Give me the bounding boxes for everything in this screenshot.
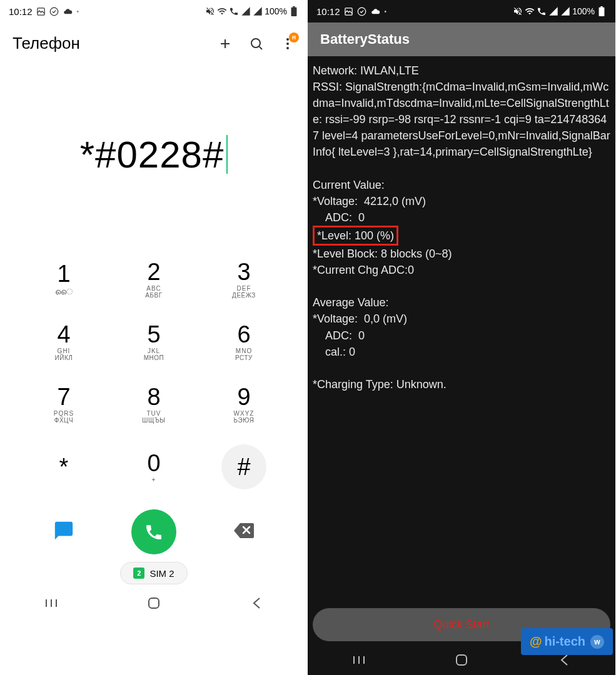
call-status-icon	[229, 6, 239, 16]
signal-icon-2	[253, 6, 263, 16]
svg-point-7	[286, 47, 289, 49]
home-nav-button[interactable]	[146, 596, 161, 611]
app-header: Телефон н	[0, 22, 308, 61]
key-4[interactable]: 4GHIИЙКЛ	[19, 311, 109, 373]
phone-screen-dialer: 10:12 • 100% Телефон	[0, 0, 308, 675]
notification-badge: н	[289, 32, 299, 42]
dial-pad: 1ൈ 2ABCАБВГ 3DEFДЕЁЖЗ 4GHIИЙКЛ 5JKLМНОП …	[0, 248, 308, 498]
avg-adc-line: ADC: 0	[313, 329, 365, 342]
svg-point-1	[50, 8, 58, 16]
sim-chip-icon: 2	[133, 568, 144, 579]
backspace-button[interactable]	[233, 522, 255, 542]
current-chg-line: *Current Chg ADC:0	[313, 264, 414, 276]
battery-pct: 100%	[265, 6, 287, 16]
call-status-icon	[537, 6, 547, 16]
recents-nav-button[interactable]	[351, 652, 366, 668]
status-dot: •	[385, 8, 387, 15]
check-circle-icon	[357, 7, 366, 16]
text-cursor	[226, 135, 228, 174]
screen-title: BatteryStatus	[308, 22, 615, 56]
battery-pct: 100%	[572, 6, 595, 16]
call-button[interactable]	[131, 509, 176, 554]
cloud-icon	[370, 7, 381, 16]
svg-rect-12	[600, 6, 603, 8]
key-hash[interactable]: #	[221, 444, 266, 489]
check-circle-icon	[49, 7, 59, 16]
search-button[interactable]	[249, 36, 264, 51]
battery-icon	[597, 6, 607, 16]
status-time: 10:12	[316, 6, 340, 17]
gallery-icon	[344, 7, 353, 16]
key-6[interactable]: 6MNOРСТУ	[199, 311, 289, 373]
network-line: Network: IWLAN,LTE	[313, 64, 419, 77]
back-nav-button[interactable]	[249, 596, 264, 611]
key-1[interactable]: 1ൈ	[19, 248, 109, 311]
gallery-icon	[36, 7, 46, 16]
watermark-badge: @hi-tech w	[521, 628, 613, 655]
wifi-icon	[217, 6, 227, 16]
avg-cal-line: cal.: 0	[313, 346, 355, 358]
status-bar: 10:12 • 100%	[0, 0, 308, 22]
key-2[interactable]: 2ABCАБВГ	[109, 248, 199, 311]
avg-voltage-line: *Voltage: 0,0 (mV)	[313, 312, 407, 325]
battery-icon	[289, 6, 299, 16]
messages-button[interactable]	[53, 520, 74, 544]
svg-point-4	[251, 39, 260, 48]
key-star[interactable]: *	[19, 436, 109, 498]
charging-type-line: *Charging Type: Unknown.	[313, 378, 447, 391]
status-time: 10:12	[9, 6, 33, 17]
cloud-icon	[63, 7, 73, 16]
svg-point-6	[286, 42, 289, 45]
svg-rect-8	[149, 598, 159, 608]
sim-selector[interactable]: 2 SIM 2	[120, 562, 187, 584]
level-line-highlighted: *Level: 100 (%)	[313, 226, 398, 246]
nav-bar	[0, 588, 308, 618]
rssi-line: RSSI: SignalStrength:{mCdma=Invalid,mGsm…	[313, 81, 610, 158]
vk-icon: w	[590, 635, 604, 649]
key-7[interactable]: 7PQRSФХЦЧ	[19, 373, 109, 436]
add-button[interactable]	[218, 36, 233, 51]
svg-rect-11	[599, 8, 605, 16]
dialed-number-area: *#0228#	[0, 61, 308, 248]
svg-point-10	[358, 8, 366, 16]
voltage-line: *Voltage: 4212,0 (mV)	[313, 195, 426, 208]
key-8[interactable]: 8TUVШЩЪЫ	[109, 373, 199, 436]
svg-rect-2	[291, 8, 297, 16]
app-title: Телефон	[13, 34, 80, 53]
svg-rect-3	[293, 6, 295, 8]
level-block-line: *Level Block: 8 blocks (0~8)	[313, 248, 452, 260]
signal-icon-1	[241, 6, 251, 16]
key-0[interactable]: 0+	[109, 436, 199, 498]
mute-icon	[513, 6, 523, 16]
dialed-number: *#0228#	[80, 133, 225, 176]
average-value-header: Average Value:	[313, 296, 388, 309]
more-menu-button[interactable]: н	[280, 36, 295, 51]
battery-status-text: Network: IWLAN,LTE RSSI: SignalStrength:…	[308, 56, 615, 608]
key-3[interactable]: 3DEFДЕЁЖЗ	[199, 248, 289, 311]
status-dot: •	[77, 8, 79, 15]
sim-label: SIM 2	[149, 568, 174, 579]
mute-icon	[205, 6, 215, 16]
signal-icon-1	[548, 6, 558, 16]
svg-rect-13	[457, 655, 467, 665]
home-nav-button[interactable]	[454, 652, 469, 668]
recents-nav-button[interactable]	[44, 596, 59, 611]
signal-icon-2	[560, 6, 570, 16]
current-value-header: Current Value:	[313, 179, 385, 191]
key-9[interactable]: 9WXYZЬЭЮЯ	[199, 373, 289, 436]
adc-line: ADC: 0	[313, 211, 365, 224]
phone-screen-battery-status: 10:12 • 100% BatteryStatus Network: IWLA…	[308, 0, 615, 675]
status-bar: 10:12 • 100%	[308, 0, 615, 22]
wifi-icon	[525, 6, 535, 16]
key-5[interactable]: 5JKLМНОП	[109, 311, 199, 373]
